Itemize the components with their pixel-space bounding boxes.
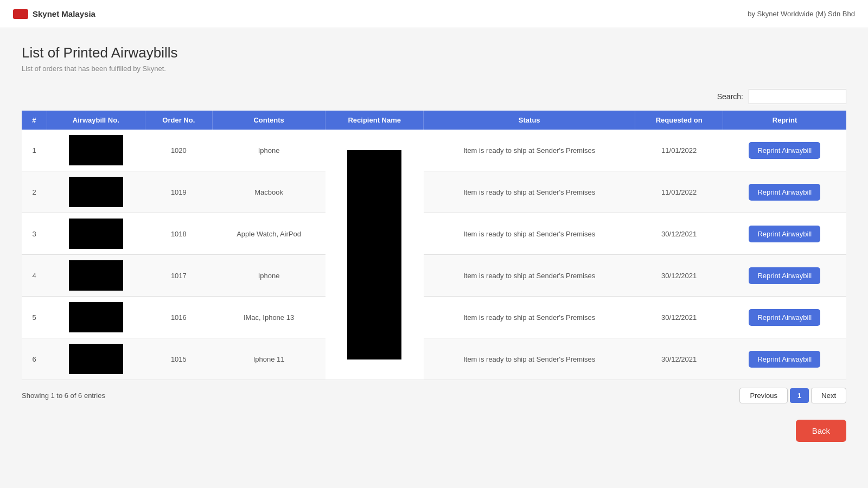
cell-reprint: Reprint Airwaybill	[723, 297, 846, 338]
table-row: 61015Iphone 11Item is ready to ship at S…	[22, 338, 846, 380]
table-row: 41017IphoneItem is ready to ship at Send…	[22, 255, 846, 297]
navbar: Skynet Malaysia by Skynet Worldwide (M) …	[0, 0, 868, 28]
table-footer: Showing 1 to 6 of 6 entries Previous 1 N…	[22, 388, 846, 403]
cell-reprint: Reprint Airwaybill	[723, 213, 846, 255]
cell-status: Item is ready to ship at Sender's Premis…	[424, 255, 635, 297]
reprint-airwaybill-button[interactable]: Reprint Airwaybill	[749, 142, 820, 159]
cell-reprint: Reprint Airwaybill	[723, 338, 846, 380]
col-contents: Contents	[212, 111, 325, 130]
cell-index: 5	[22, 297, 47, 338]
airwaybill-barcode	[69, 135, 123, 165]
cell-index: 1	[22, 130, 47, 171]
cell-order-no: 1017	[145, 255, 212, 297]
back-button[interactable]: Back	[796, 420, 846, 442]
cell-index: 4	[22, 255, 47, 297]
cell-order-no: 1020	[145, 130, 212, 171]
cell-status: Item is ready to ship at Sender's Premis…	[424, 297, 635, 338]
cell-airwaybill	[47, 255, 145, 297]
cell-requested-on: 30/12/2021	[635, 255, 723, 297]
reprint-airwaybill-button[interactable]: Reprint Airwaybill	[749, 184, 820, 201]
brand-name: Skynet Malaysia	[33, 9, 95, 18]
cell-order-no: 1015	[145, 338, 212, 380]
airwaybill-barcode	[69, 219, 123, 249]
cell-reprint: Reprint Airwaybill	[723, 171, 846, 213]
recipient-redacted	[347, 150, 401, 359]
cell-requested-on: 30/12/2021	[635, 213, 723, 255]
cell-airwaybill	[47, 213, 145, 255]
cell-requested-on: 11/01/2022	[635, 130, 723, 171]
table-header-row: # Airwaybill No. Order No. Contents Reci…	[22, 111, 846, 130]
airwaybill-barcode	[69, 302, 123, 332]
cell-status: Item is ready to ship at Sender's Premis…	[424, 338, 635, 380]
cell-index: 2	[22, 171, 47, 213]
back-section: Back	[22, 420, 846, 442]
cell-index: 6	[22, 338, 47, 380]
search-bar: Search:	[22, 89, 846, 104]
cell-status: Item is ready to ship at Sender's Premis…	[424, 130, 635, 171]
cell-contents: Apple Watch, AirPod	[212, 213, 325, 255]
brand-icon	[13, 9, 28, 19]
cell-order-no: 1019	[145, 171, 212, 213]
col-index: #	[22, 111, 47, 130]
page-1-button[interactable]: 1	[790, 388, 809, 403]
cell-status: Item is ready to ship at Sender's Premis…	[424, 213, 635, 255]
table-row: 21019MacbookItem is ready to ship at Sen…	[22, 171, 846, 213]
cell-status: Item is ready to ship at Sender's Premis…	[424, 171, 635, 213]
search-label: Search:	[717, 92, 743, 101]
airwaybill-barcode	[69, 260, 123, 291]
cell-contents: IMac, Iphone 13	[212, 297, 325, 338]
entries-info: Showing 1 to 6 of 6 entries	[22, 391, 105, 400]
airwaybills-table: # Airwaybill No. Order No. Contents Reci…	[22, 111, 846, 380]
col-recipient: Recipient Name	[326, 111, 424, 130]
reprint-airwaybill-button[interactable]: Reprint Airwaybill	[749, 267, 820, 284]
col-requested: Requested on	[635, 111, 723, 130]
reprint-airwaybill-button[interactable]: Reprint Airwaybill	[749, 351, 820, 368]
pagination: Previous 1 Next	[739, 388, 846, 403]
cell-order-no: 1018	[145, 213, 212, 255]
navbar-tagline: by Skynet Worldwide (M) Sdn Bhd	[748, 10, 855, 18]
brand: Skynet Malaysia	[13, 9, 95, 19]
col-status: Status	[424, 111, 635, 130]
main-content: List of Printed Airwaybills List of orde…	[0, 28, 868, 458]
page-title: List of Printed Airwaybills	[22, 44, 846, 61]
cell-recipient	[326, 130, 424, 380]
table-row: 11020IphoneItem is ready to ship at Send…	[22, 130, 846, 171]
cell-contents: Iphone	[212, 255, 325, 297]
reprint-airwaybill-button[interactable]: Reprint Airwaybill	[749, 309, 820, 326]
cell-airwaybill	[47, 297, 145, 338]
cell-reprint: Reprint Airwaybill	[723, 130, 846, 171]
cell-order-no: 1016	[145, 297, 212, 338]
page-subtitle: List of orders that has been fulfilled b…	[22, 65, 846, 73]
cell-contents: Iphone	[212, 130, 325, 171]
reprint-airwaybill-button[interactable]: Reprint Airwaybill	[749, 226, 820, 242]
cell-contents: Iphone 11	[212, 338, 325, 380]
cell-airwaybill	[47, 171, 145, 213]
cell-reprint: Reprint Airwaybill	[723, 255, 846, 297]
table-row: 31018Apple Watch, AirPodItem is ready to…	[22, 213, 846, 255]
cell-requested-on: 30/12/2021	[635, 338, 723, 380]
col-order: Order No.	[145, 111, 212, 130]
table-row: 51016IMac, Iphone 13Item is ready to shi…	[22, 297, 846, 338]
airwaybill-barcode	[69, 344, 123, 374]
cell-requested-on: 11/01/2022	[635, 171, 723, 213]
cell-requested-on: 30/12/2021	[635, 297, 723, 338]
cell-airwaybill	[47, 130, 145, 171]
previous-button[interactable]: Previous	[739, 388, 788, 403]
col-airwaybill: Airwaybill No.	[47, 111, 145, 130]
next-button[interactable]: Next	[811, 388, 846, 403]
cell-contents: Macbook	[212, 171, 325, 213]
cell-index: 3	[22, 213, 47, 255]
airwaybill-barcode	[69, 177, 123, 207]
col-reprint: Reprint	[723, 111, 846, 130]
cell-airwaybill	[47, 338, 145, 380]
search-input[interactable]	[749, 89, 846, 104]
